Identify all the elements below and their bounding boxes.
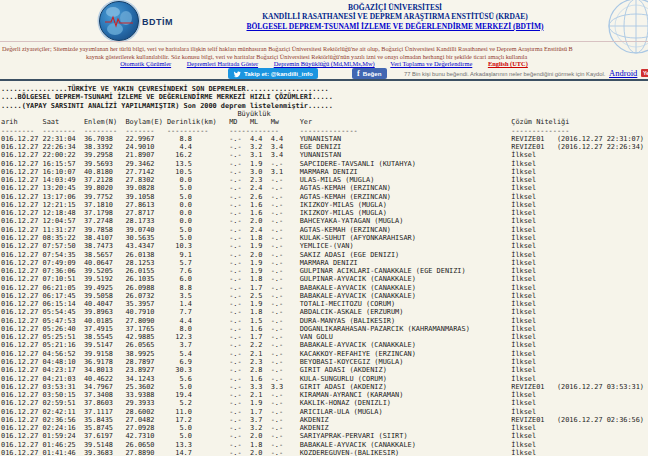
koeri-page: { "masthead": { "logo_label": "BDTİM", "… [0, 0, 648, 456]
logo-label: BDTİM [142, 17, 173, 27]
link-veri-toplama[interactable]: Veri Toplama ve Değerlendirme [390, 60, 472, 67]
twitter-follow-button[interactable]: Takip et: @kandilli_info [228, 68, 318, 79]
facebook-like-label: Beğen [363, 68, 382, 79]
new-badge: Yeni [641, 69, 648, 77]
observatory-seal-icon [596, 0, 648, 60]
copyright-disclaimer-line2: kaynak gösterilerek kullanılabilir. Söz … [86, 53, 527, 60]
bdtim-title-link[interactable]: BÖLGESEL DEPREM-TSUNAMİ İZLEME VE DEĞERL… [230, 22, 560, 31]
link-english-utc[interactable]: English (UTC) [488, 60, 528, 67]
masthead: BDTİM BOĞAZİÇİ ÜNİVERSİTESİ KANDİLLİ RAS… [0, 0, 648, 41]
masthead-divider [0, 41, 648, 42]
bdtim-globe-logo[interactable] [99, 1, 139, 41]
content-divider [0, 79, 648, 81]
nav-links-row: Otomatik Çözümler Depremleri Haritada Gö… [0, 60, 648, 67]
globe-icon [100, 2, 138, 40]
copyright-disclaimer-line1: Değerli ziyaretçiler; Sitemizde yayımlan… [2, 45, 573, 52]
masthead-title: BOĞAZİÇİ ÜNİVERSİTESİ KANDİLLİ RASATHANE… [230, 3, 560, 31]
facebook-icon: f [357, 68, 360, 79]
facebook-like-caption: 77 Bin kişi bunu beğendi. Arkadaşlarının… [404, 71, 605, 77]
link-otomatik-cozumler[interactable]: Otomatik Çözümler [120, 60, 171, 67]
twitter-bird-icon [233, 70, 241, 78]
earthquake-table: Büyüklük arih Saat Enlem(N) Boylam(E) De… [1, 110, 644, 456]
link-haritada-goster[interactable]: Depremleri Haritada Göster [187, 60, 258, 67]
report-headlines: ................TÜRKİYE VE YAKIN ÇEVRESİ… [1, 85, 333, 110]
facebook-like-button[interactable]: f Beğen [352, 68, 387, 79]
institute-title: KANDİLLİ RASATHANESİ VE DEPREM ARAŞTIRMA… [230, 12, 560, 21]
twitter-follow-label: Takip et: @kandilli_info [244, 68, 313, 79]
university-title: BOĞAZİÇİ ÜNİVERSİTESİ [230, 3, 560, 12]
link-deprem-buyuklugu[interactable]: Depremin Büyüklüğü (Md,Ml,Ms,Mw) [274, 60, 375, 67]
android-app-link[interactable]: Android [609, 68, 637, 78]
